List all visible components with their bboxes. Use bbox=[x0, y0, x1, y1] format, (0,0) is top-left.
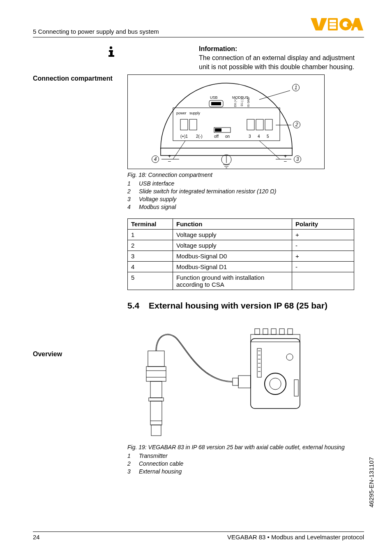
header-divider bbox=[33, 37, 364, 37]
svg-rect-47 bbox=[294, 380, 298, 396]
fig18-label-plus1: (+)1 bbox=[180, 134, 188, 139]
information-note: Information: The connection of an extern… bbox=[33, 45, 364, 71]
svg-rect-57 bbox=[148, 351, 164, 367]
svg-rect-11 bbox=[161, 148, 292, 155]
svg-rect-40 bbox=[263, 329, 268, 334]
fig18-label-power-supply: power supply bbox=[176, 111, 200, 115]
side-label-overview: Overview bbox=[33, 350, 62, 358]
svg-marker-6 bbox=[351, 18, 363, 30]
svg-rect-56 bbox=[233, 378, 238, 385]
svg-rect-4 bbox=[330, 26, 336, 29]
svg-rect-16 bbox=[189, 119, 197, 130]
svg-rect-3 bbox=[330, 23, 336, 26]
svg-rect-10 bbox=[108, 55, 114, 57]
terminal-table: Terminal Function Polarity 1Voltage supp… bbox=[127, 218, 354, 290]
fig18-legend: 1USB interface 2Slide switch for integra… bbox=[127, 180, 364, 211]
document-id: 46295-EN-131107 bbox=[368, 457, 375, 508]
page: 5 Connecting to power supply and bus sys… bbox=[0, 0, 392, 557]
svg-line-36 bbox=[259, 141, 280, 159]
svg-rect-14 bbox=[211, 102, 221, 105]
svg-rect-18 bbox=[215, 128, 221, 132]
fig18-label-3: 3 bbox=[249, 134, 251, 139]
svg-rect-42 bbox=[279, 329, 284, 334]
svg-line-35 bbox=[173, 141, 185, 159]
table-row: 3Modbus-Signal D0+ bbox=[128, 251, 354, 261]
svg-rect-65 bbox=[151, 425, 161, 436]
brand-logo bbox=[311, 17, 364, 33]
svg-point-45 bbox=[265, 373, 286, 395]
page-number: 24 bbox=[33, 534, 40, 541]
footer-product: VEGABAR 83 • Modbus and Levelmaster prot… bbox=[227, 534, 364, 541]
svg-rect-48 bbox=[257, 348, 261, 377]
table-head-terminal: Terminal bbox=[128, 218, 173, 229]
svg-rect-58 bbox=[146, 367, 166, 381]
svg-rect-38 bbox=[251, 334, 300, 342]
svg-rect-62 bbox=[149, 398, 164, 401]
svg-rect-9 bbox=[110, 50, 113, 56]
svg-rect-39 bbox=[255, 329, 260, 334]
content-area: Information: The connection of an extern… bbox=[33, 45, 364, 475]
svg-rect-20 bbox=[256, 119, 263, 130]
table-head-function: Function bbox=[173, 218, 292, 229]
fig18-label-2minus: 2(-) bbox=[196, 134, 203, 139]
svg-rect-63 bbox=[150, 401, 162, 425]
fig18-label-4: 4 bbox=[258, 134, 260, 139]
fig18-callout-3: 3 bbox=[294, 155, 301, 163]
fig18-label-off: off bbox=[214, 134, 219, 139]
svg-rect-5 bbox=[347, 23, 353, 26]
fig18-label-5: 5 bbox=[267, 134, 269, 139]
fig18-callout-1: 1 bbox=[292, 84, 300, 91]
info-icon bbox=[33, 45, 111, 71]
svg-point-44 bbox=[286, 354, 293, 360]
fig18-label-on: on bbox=[225, 134, 230, 139]
svg-point-7 bbox=[110, 46, 112, 49]
section-5-4-heading: 5.4External housing with version IP 68 (… bbox=[127, 301, 364, 311]
svg-marker-0 bbox=[311, 18, 327, 30]
svg-rect-15 bbox=[180, 119, 188, 130]
svg-rect-21 bbox=[265, 119, 272, 130]
svg-rect-55 bbox=[238, 376, 251, 388]
table-row: 2Voltage supply- bbox=[128, 240, 354, 251]
fig18-callout-2: 2 bbox=[293, 121, 300, 128]
svg-text:–: – bbox=[284, 158, 287, 164]
svg-text:–: – bbox=[168, 158, 171, 164]
fig18-caption: Fig. 18: Connection compartment bbox=[127, 172, 364, 178]
svg-rect-43 bbox=[288, 329, 293, 334]
info-body-text: The connection of an external display an… bbox=[199, 53, 364, 71]
fig19-caption: Fig. 19: VEGABAR 83 in IP 68 version 25 … bbox=[127, 444, 354, 450]
fig18-label-usb: USB bbox=[210, 95, 218, 100]
svg-point-46 bbox=[270, 378, 281, 390]
running-header: 5 Connecting to power supply and bus sys… bbox=[33, 28, 159, 35]
table-row: 1Voltage supply+ bbox=[128, 229, 354, 240]
table-head-polarity: Polarity bbox=[292, 218, 354, 229]
svg-rect-61 bbox=[150, 381, 162, 398]
fig19-legend: 1Transmitter 2Connection cable 3External… bbox=[127, 452, 364, 476]
fig18-label-d1: D1 (-) bbox=[240, 99, 243, 106]
side-label-connection-compartment: Connection compartment bbox=[33, 75, 113, 82]
svg-rect-41 bbox=[271, 329, 276, 334]
svg-rect-2 bbox=[330, 20, 336, 22]
fig18-label-isgnd: IS GND bbox=[247, 97, 250, 107]
figure-19 bbox=[127, 314, 325, 441]
fig18-label-d0: D0 (+) bbox=[234, 99, 237, 107]
table-row: 4Modbus-Signal D1- bbox=[128, 261, 354, 272]
table-row: 5Function ground with installation accor… bbox=[128, 272, 354, 290]
info-heading: Information: bbox=[199, 45, 364, 53]
fig18-callout-4: 4 bbox=[152, 155, 159, 163]
page-footer: 24 VEGABAR 83 • Modbus and Levelmaster p… bbox=[33, 531, 364, 541]
figure-18: + – + – USB MODBUS D0 (+) D1 (-) IS GND … bbox=[127, 74, 325, 169]
svg-rect-19 bbox=[247, 119, 254, 130]
